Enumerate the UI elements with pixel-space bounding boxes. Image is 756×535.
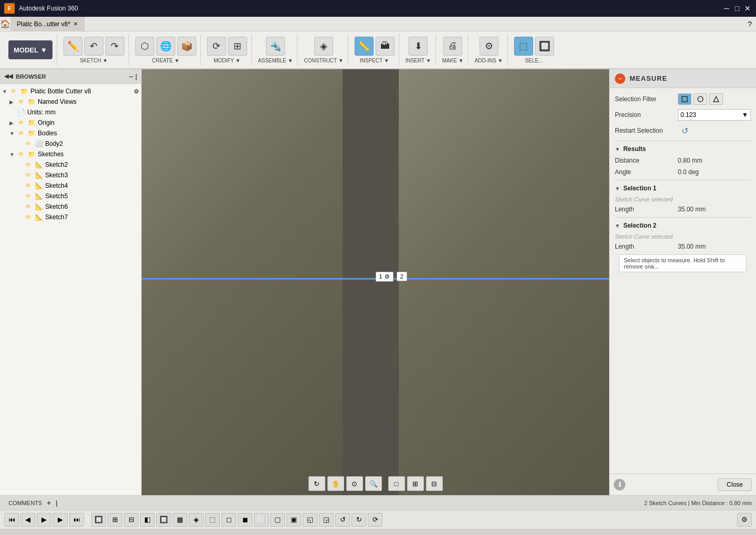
folder-icon-origin: 📁 [27, 119, 36, 127]
tree-item-body2[interactable]: 👁 ⬜ Body2 [0, 138, 141, 149]
filter-btn-3[interactable] [709, 93, 723, 105]
playback-end-btn[interactable]: ⏭ [69, 513, 84, 527]
tree-item-sketches[interactable]: ▼ 👁 📁 Sketches [0, 149, 141, 159]
tab-platic-bottle[interactable]: Platic Bo...utter v8* ✕ [10, 17, 84, 31]
addins-items: ⚙ [480, 37, 498, 56]
select-btn2[interactable]: 🔲 [535, 37, 554, 56]
construct-btn[interactable]: ◈ [314, 37, 333, 56]
tree-item-origin[interactable]: ▶ 👁 📁 Origin [0, 117, 141, 128]
results-section-header[interactable]: ▼ Results [615, 145, 751, 153]
toolbar-section-model: MODEL ▼ [4, 34, 57, 66]
timeline-btn-6[interactable]: ▦ [173, 513, 187, 527]
selection1-section-header[interactable]: ▼ Selection 1 [615, 185, 751, 192]
grid-btn[interactable]: ⊞ [407, 476, 424, 491]
comments-collapse-btn[interactable]: | [56, 499, 57, 507]
tree-item-sketch2[interactable]: 👁 📐 Sketch2 [0, 159, 141, 170]
tree-item-bodies[interactable]: ▼ 👁 📁 Bodies [0, 128, 141, 138]
sketch-icon-sketch7: 📐 [35, 213, 43, 221]
filter-btn-1[interactable] [678, 93, 691, 105]
tree-item-sketch6[interactable]: 👁 📐 Sketch6 [0, 201, 141, 212]
settings-btn[interactable]: ⚙ [737, 513, 752, 527]
canvas-viewport[interactable]: 1 ⚙ 2 ↻ ✋ ⊙ 🔍 □ ⊞ ⊟ [142, 69, 609, 495]
restart-selection-button[interactable]: ↺ [678, 125, 691, 136]
select-active-btn[interactable]: ⬚ [514, 37, 533, 56]
timeline-btn-10[interactable]: ◼ [238, 513, 252, 527]
precision-select[interactable]: 0.123 ▼ [678, 109, 751, 121]
playback-prev-btn[interactable]: ◀ [20, 513, 35, 527]
timeline-btn-4[interactable]: ◧ [140, 513, 155, 527]
create-btn[interactable]: ⬡ [135, 37, 154, 56]
modify-btn[interactable]: ⟳ [207, 37, 226, 56]
restart-selection-label: Restart Selection [615, 127, 678, 134]
timeline-btn-17[interactable]: ↻ [352, 513, 366, 527]
eye-icon-root: 👁 [9, 87, 18, 95]
tree-item-sketch7[interactable]: 👁 📐 Sketch7 [0, 212, 141, 222]
close-button-measure[interactable]: Close [718, 478, 752, 491]
zoom-region-btn[interactable]: 🔍 [365, 476, 382, 491]
timeline-btn-3[interactable]: ⊟ [124, 513, 139, 527]
tree-item-sketch3[interactable]: 👁 📐 Sketch3 [0, 170, 141, 180]
tree-item-named-views[interactable]: ▶ 👁 📁 Named Views [0, 97, 141, 107]
sketch-undo-btn[interactable]: ↶ [84, 37, 103, 56]
timeline-btn-8[interactable]: ⬚ [205, 513, 220, 527]
timeline-btn-18[interactable]: ⟳ [368, 513, 382, 527]
timeline-btn-12[interactable]: ▢ [270, 513, 285, 527]
timeline-btn-14[interactable]: ◱ [303, 513, 317, 527]
info-button[interactable]: ℹ [614, 479, 625, 490]
inspect-section-btn[interactable]: 🏔 [376, 37, 395, 56]
addins-btn[interactable]: ⚙ [480, 37, 498, 56]
home-button[interactable]: 🏠 [0, 17, 10, 31]
zoom-fit-btn[interactable]: ⊙ [346, 476, 363, 491]
inspect-measure-btn[interactable]: 📏 [355, 37, 374, 56]
settings-icon-root[interactable]: ⚙ [134, 88, 139, 95]
sketch-redo-btn[interactable]: ↷ [105, 37, 124, 56]
tree-item-sketch4[interactable]: 👁 📐 Sketch4 [0, 180, 141, 191]
eye-icon-sketch4: 👁 [24, 181, 33, 190]
angle-label: Angle [615, 168, 678, 176]
display-mode-btn[interactable]: □ [388, 476, 405, 491]
snap-btn[interactable]: ⊟ [426, 476, 443, 491]
playback-play-btn[interactable]: ▶ [53, 513, 68, 527]
sketch-edit-btn[interactable]: ✏️ [63, 37, 82, 56]
svg-point-1 [698, 97, 703, 102]
modify-btn2[interactable]: ⊞ [228, 37, 247, 56]
timeline-btn-7[interactable]: ◈ [189, 513, 204, 527]
insert-btn[interactable]: ⬇ [409, 37, 428, 56]
close-button[interactable]: ✕ [743, 4, 752, 13]
playback-next-btn[interactable]: ▶ [37, 513, 51, 527]
timeline-btn-13[interactable]: ▣ [286, 513, 301, 527]
tree-item-root[interactable]: ▼ 👁 📁 Platic Bottle Cutter v8 ⚙ [0, 86, 141, 97]
selection2-arrow-icon: ▼ [615, 223, 620, 229]
minimize-button[interactable]: ─ [722, 4, 731, 13]
browser-options-btn[interactable]: | [135, 72, 137, 81]
playback-start-btn[interactable]: ⏮ [4, 513, 19, 527]
help-button[interactable]: ? [743, 17, 756, 31]
pan-btn[interactable]: ✋ [327, 476, 344, 491]
browser-collapse-btn[interactable]: − [129, 72, 133, 81]
timeline-btn-1[interactable]: 🔲 [91, 513, 106, 527]
selection2-length-row: Length 35.00 mm [615, 243, 751, 250]
timeline-btn-5[interactable]: 🔲 [156, 513, 171, 527]
tree-item-sketch5[interactable]: 👁 📐 Sketch5 [0, 191, 141, 201]
create-sphere-btn[interactable]: 🌐 [156, 37, 175, 56]
create-box-btn[interactable]: 📦 [177, 37, 196, 56]
timeline-btn-15[interactable]: ◲ [319, 513, 334, 527]
model-label: MODEL [14, 46, 38, 54]
selection2-length-label: Length [615, 243, 678, 250]
make-btn[interactable]: 🖨 [443, 37, 462, 56]
assemble-btn[interactable]: 🔩 [266, 37, 285, 56]
maximize-button[interactable]: □ [733, 4, 741, 13]
timeline-btn-16[interactable]: ↺ [335, 513, 350, 527]
orbit-btn[interactable]: ↻ [308, 476, 325, 491]
timeline-btn-2[interactable]: ⊞ [108, 513, 122, 527]
model-dropdown-button[interactable]: MODEL ▼ [8, 40, 52, 59]
comments-add-btn[interactable]: ＋ [45, 498, 52, 508]
timeline-btn-9[interactable]: ◻ [221, 513, 236, 527]
tree-item-units[interactable]: 📄 Units: mm [0, 107, 141, 117]
selection2-section-header[interactable]: ▼ Selection 2 [615, 222, 751, 229]
filter-btn-2[interactable] [694, 93, 707, 105]
tab-close-icon[interactable]: ✕ [73, 21, 78, 27]
toolbar-section-inspect: 📏 🏔 INSPECT ▼ [350, 34, 399, 66]
tree-label-units: Units: mm [27, 109, 56, 116]
timeline-btn-11[interactable]: ⬜ [254, 513, 269, 527]
